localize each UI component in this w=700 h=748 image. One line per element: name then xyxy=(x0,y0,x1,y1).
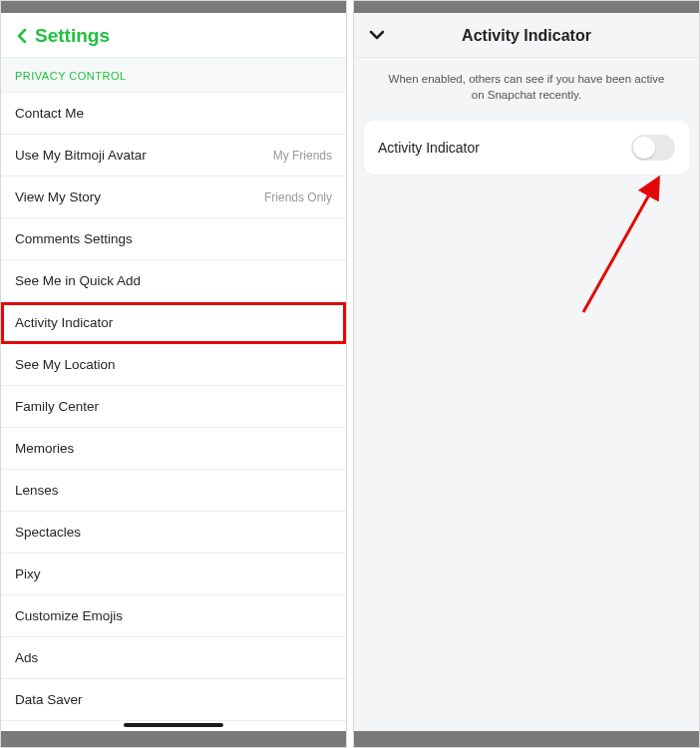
row-label: Ads xyxy=(15,650,38,665)
row-label: Pixy xyxy=(15,566,41,581)
settings-row[interactable]: Pixy xyxy=(1,554,346,595)
back-icon[interactable] xyxy=(15,28,29,44)
bottom-bar xyxy=(354,731,699,747)
row-label: Contact Me xyxy=(15,106,84,121)
settings-row[interactable]: See Me in Quick Add xyxy=(1,260,346,302)
settings-header: Settings xyxy=(1,13,346,57)
status-bar xyxy=(1,1,346,13)
row-label: Family Center xyxy=(15,399,99,414)
settings-row[interactable]: Spectacles xyxy=(1,512,346,554)
settings-row[interactable]: Data Saver xyxy=(1,679,346,721)
row-label: Comments Settings xyxy=(15,231,133,246)
settings-list: Contact MeUse My Bitmoji AvatarMy Friend… xyxy=(1,93,346,747)
settings-row[interactable]: Family Center xyxy=(1,386,346,428)
detail-description: When enabled, others can see if you have… xyxy=(354,58,699,121)
settings-row[interactable]: Ads xyxy=(1,637,346,679)
toggle-label: Activity Indicator xyxy=(378,140,480,156)
row-label: View My Story xyxy=(15,189,101,204)
status-bar xyxy=(354,1,699,13)
detail-header: Activity Indicator xyxy=(354,13,699,58)
settings-row[interactable]: Comments Settings xyxy=(1,218,346,260)
toggle-row: Activity Indicator xyxy=(364,121,689,175)
row-label: See Me in Quick Add xyxy=(15,273,141,288)
close-icon[interactable] xyxy=(368,29,386,41)
row-label: Memories xyxy=(15,441,74,456)
row-label: See My Location xyxy=(15,357,116,372)
row-label: Lenses xyxy=(15,483,59,498)
row-label: Customize Emojis xyxy=(15,608,123,623)
settings-row[interactable]: Lenses xyxy=(1,470,346,512)
page-title: Settings xyxy=(35,25,110,47)
row-value: Friends Only xyxy=(264,190,332,204)
detail-title: Activity Indicator xyxy=(462,27,591,45)
section-header-privacy: PRIVACY CONTROL xyxy=(1,57,346,93)
settings-row[interactable]: Memories xyxy=(1,428,346,470)
settings-row[interactable]: Activity Indicator xyxy=(1,302,346,344)
row-label: Spectacles xyxy=(15,525,81,540)
row-value: My Friends xyxy=(273,149,332,163)
settings-row[interactable]: Use My Bitmoji AvatarMy Friends xyxy=(1,135,346,177)
bottom-bar xyxy=(1,731,346,747)
settings-screen: Settings PRIVACY CONTROL Contact MeUse M… xyxy=(0,0,347,748)
svg-line-0 xyxy=(583,181,657,312)
row-label: Data Saver xyxy=(15,692,83,707)
settings-row[interactable]: View My StoryFriends Only xyxy=(1,177,346,218)
activity-indicator-toggle[interactable] xyxy=(631,135,675,161)
home-indicator xyxy=(124,723,223,727)
annotation-arrow-icon xyxy=(553,153,683,322)
settings-row[interactable]: Contact Me xyxy=(1,93,346,135)
settings-row[interactable]: See My Location xyxy=(1,344,346,386)
detail-body: Activity Indicator When enabled, others … xyxy=(354,13,699,747)
settings-row[interactable]: Customize Emojis xyxy=(1,595,346,637)
row-label: Activity Indicator xyxy=(15,315,113,330)
row-label: Use My Bitmoji Avatar xyxy=(15,148,147,163)
toggle-knob xyxy=(633,137,655,159)
activity-indicator-screen: Activity Indicator When enabled, others … xyxy=(353,0,700,748)
